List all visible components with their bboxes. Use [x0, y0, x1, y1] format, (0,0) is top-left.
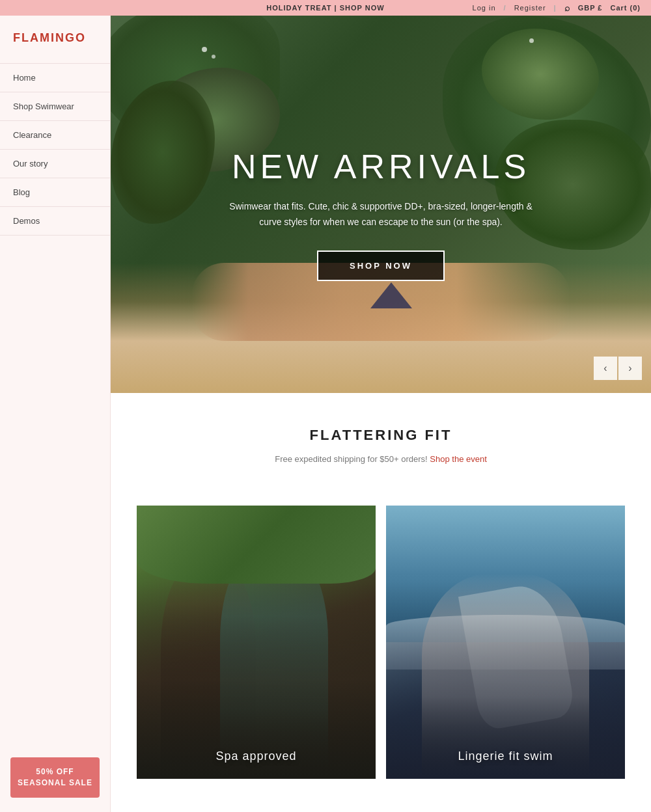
sidebar-item-our-story[interactable]: Our story	[0, 150, 110, 178]
login-link[interactable]: Log in	[473, 4, 496, 12]
announcement-bar: HOLIDAY TREAT | SHOP NOW Log in / Regist…	[0, 0, 651, 16]
currency-selector[interactable]: GBP £	[578, 4, 603, 12]
carousel-next-button[interactable]: ›	[618, 357, 642, 380]
sidebar-item-clearance[interactable]: Clearance	[0, 121, 110, 150]
sidebar-item-blog[interactable]: Blog	[0, 178, 110, 207]
product-card-lingerie[interactable]: Lingerie fit swim	[386, 506, 625, 779]
sidebar-item-home[interactable]: Home	[0, 63, 110, 92]
hero-text-overlay: NEW ARRIVALS Swimwear that fits. Cute, c…	[111, 16, 651, 393]
product-label-lingerie: Lingerie fit swim	[386, 750, 625, 763]
product-card-spa[interactable]: Spa approved	[137, 506, 376, 779]
sidebar-item-demos[interactable]: Demos	[0, 207, 110, 236]
sidebar-nav: Home Shop Swimwear Clearance Our story B…	[0, 63, 110, 739]
carousel-prev-button[interactable]: ‹	[594, 357, 617, 380]
shop-event-link[interactable]: Shop the event	[430, 454, 486, 464]
main-content: NEW ARRIVALS Swimwear that fits. Cute, c…	[111, 16, 651, 812]
hero-cta-button[interactable]: SHOP NOW	[317, 250, 445, 281]
flattering-fit-section: FLATTERING FIT Free expedited shipping f…	[111, 393, 651, 490]
product-label-spa: Spa approved	[137, 750, 376, 763]
hero-subtitle: Swimwear that fits. Cute, chic & support…	[225, 199, 537, 230]
card-overlay-1	[137, 532, 376, 779]
site-logo[interactable]: FLAMINGO	[0, 31, 110, 63]
announcement-text: HOLIDAY TREAT | SHOP NOW	[266, 4, 384, 12]
seasonal-sale-button[interactable]: 50% OFF SEASONAL SALE	[10, 757, 100, 798]
card-overlay-2	[386, 532, 625, 779]
product-grid: Spa approved Lingerie fit swim	[111, 490, 651, 779]
hero-section: NEW ARRIVALS Swimwear that fits. Cute, c…	[111, 16, 651, 393]
flattering-title: FLATTERING FIT	[137, 427, 625, 444]
sidebar: FLAMINGO Home Shop Swimwear Clearance Ou…	[0, 16, 111, 812]
search-icon[interactable]: ⌕	[564, 3, 570, 13]
sidebar-item-shop-swimwear[interactable]: Shop Swimwear	[0, 92, 110, 121]
register-link[interactable]: Register	[514, 4, 546, 12]
flattering-promo: Free expedited shipping for $50+ orders!…	[137, 454, 625, 464]
top-right-nav: Log in / Register | ⌕ GBP £ Cart (0)	[473, 3, 641, 13]
cart-button[interactable]: Cart (0)	[610, 4, 641, 12]
hero-title: NEW ARRIVALS	[232, 147, 530, 186]
page-layout: FLAMINGO Home Shop Swimwear Clearance Ou…	[0, 16, 651, 812]
